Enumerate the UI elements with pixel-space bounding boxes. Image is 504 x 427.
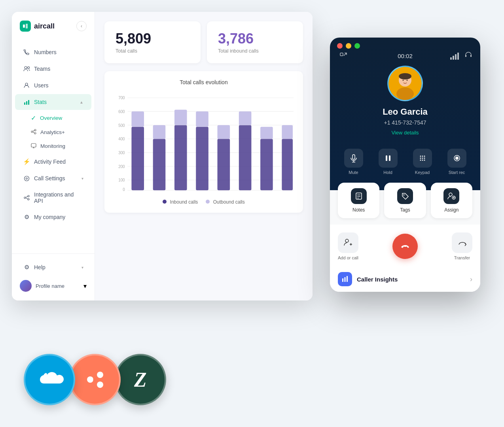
- svg-point-71: [422, 156, 423, 157]
- transfer-button[interactable]: Transfer: [452, 232, 472, 260]
- chart-legend: Inbound calls Outbound calls: [114, 199, 294, 205]
- svg-point-3: [27, 67, 29, 69]
- start-rec-button[interactable]: Start rec: [441, 149, 472, 175]
- stat-card-total-calls: 5,809 Total calls: [104, 21, 201, 63]
- sidebar-item-stats[interactable]: Stats ▲: [15, 94, 91, 110]
- sidebar-item-activity-feed[interactable]: ⚡ Activity Feed: [15, 154, 91, 170]
- my-company-icon: ⚙: [23, 214, 30, 221]
- back-button[interactable]: ‹: [76, 21, 87, 31]
- sidebar-item-integrations[interactable]: Integrations and API: [15, 187, 91, 208]
- svg-rect-13: [31, 144, 36, 147]
- call-controls: Mute Hold: [330, 144, 480, 179]
- monitoring-icon: [31, 143, 36, 149]
- sidebar-item-overview[interactable]: ✓ Overview: [12, 111, 95, 125]
- sidebar-item-help[interactable]: ⚙ Help ▾: [15, 259, 91, 275]
- svg-rect-57: [470, 55, 472, 57]
- svg-rect-44: [174, 110, 187, 125]
- sidebar-item-users[interactable]: Users: [15, 77, 91, 93]
- integrations-label: Integrations and API: [34, 191, 83, 204]
- caller-name: Leo Garcia: [338, 107, 472, 117]
- chart-area: 700 600 500 400 300 200 100 0: [114, 92, 294, 195]
- sidebar-item-analytics[interactable]: Analytics+: [12, 125, 95, 139]
- caller-insights-section[interactable]: Caller Insights ›: [330, 266, 480, 292]
- total-calls-label: Total calls: [116, 48, 189, 54]
- salesforce-integration[interactable]: [24, 354, 75, 405]
- hubspot-integration[interactable]: [69, 354, 121, 405]
- tags-button[interactable]: Tags: [384, 183, 426, 218]
- assign-label: Assign: [444, 207, 459, 213]
- chart-svg: 700 600 500 400 300 200 100 0: [114, 92, 294, 195]
- hold-icon: [379, 149, 398, 168]
- headset-icon[interactable]: [464, 51, 472, 61]
- svg-rect-52: [260, 127, 273, 138]
- sidebar-item-numbers[interactable]: Numbers: [15, 44, 91, 60]
- svg-point-4: [25, 83, 28, 85]
- svg-rect-68: [386, 155, 387, 161]
- phone-header: 00:02: [330, 49, 480, 59]
- caller-avatar-svg: [388, 67, 422, 100]
- mute-button[interactable]: Mute: [338, 149, 369, 175]
- svg-text:700: 700: [118, 96, 125, 100]
- svg-point-73: [420, 158, 421, 159]
- logo-text: aircall: [34, 22, 55, 30]
- svg-rect-42: [153, 125, 166, 139]
- assign-button[interactable]: Assign: [431, 183, 472, 218]
- svg-rect-43: [174, 125, 187, 190]
- signal-icon: [450, 53, 459, 60]
- sidebar-item-call-settings[interactable]: Call Settings ▾: [15, 170, 91, 186]
- svg-point-18: [24, 197, 26, 198]
- view-details-link[interactable]: View details: [391, 130, 419, 136]
- svg-line-12: [33, 132, 34, 133]
- integrations-row: Z: [24, 354, 162, 405]
- svg-rect-69: [389, 155, 390, 161]
- sidebar-item-my-company[interactable]: ⚙ My company: [15, 209, 91, 225]
- stats-arrow: ▲: [80, 100, 83, 104]
- users-icon: [23, 82, 30, 89]
- hold-button[interactable]: Hold: [372, 149, 404, 175]
- dashboard-window: aircall ‹ Numbers: [12, 12, 313, 300]
- add-or-call-button[interactable]: Add or call: [338, 232, 358, 260]
- caller-insights-icon: [338, 272, 352, 286]
- svg-text:600: 600: [118, 109, 125, 113]
- maximize-button[interactable]: [354, 43, 360, 49]
- svg-point-10: [34, 132, 36, 134]
- add-or-call-label: Add or call: [338, 255, 358, 260]
- svg-point-90: [345, 239, 349, 242]
- exit-icon[interactable]: [338, 51, 349, 62]
- profile-avatar: [20, 280, 32, 292]
- start-rec-icon: [447, 149, 466, 168]
- svg-point-17: [26, 178, 27, 179]
- sidebar-item-monitoring[interactable]: Monitoring: [12, 139, 95, 153]
- sidebar-item-teams[interactable]: Teams: [15, 61, 91, 77]
- minimize-button[interactable]: [346, 43, 351, 49]
- legend-inbound: Inbound calls: [163, 199, 198, 205]
- svg-point-64: [407, 80, 408, 81]
- integrations-icon: [23, 194, 30, 201]
- sidebar-bottom: ⚙ Help ▾ Profile name ▾: [12, 253, 95, 300]
- svg-point-74: [422, 158, 423, 159]
- stats-icon: [23, 98, 30, 106]
- users-label: Users: [34, 82, 49, 89]
- svg-text:0: 0: [123, 187, 125, 192]
- hangup-button[interactable]: [392, 234, 418, 259]
- help-label: Help: [34, 264, 45, 270]
- svg-rect-50: [239, 111, 252, 125]
- notes-button[interactable]: Notes: [338, 183, 379, 218]
- overview-label: Overview: [40, 115, 62, 121]
- svg-point-77: [422, 160, 423, 161]
- svg-rect-6: [26, 101, 27, 105]
- tags-icon: [397, 188, 413, 204]
- close-button[interactable]: [337, 43, 343, 49]
- action-buttons: Notes Tags Assign: [330, 179, 480, 225]
- svg-rect-91: [342, 278, 343, 282]
- svg-text:200: 200: [118, 164, 125, 168]
- logo-icon: [20, 21, 31, 32]
- zendesk-integration[interactable]: Z: [115, 354, 166, 405]
- svg-rect-53: [282, 139, 293, 190]
- svg-point-9: [34, 129, 36, 131]
- profile-item[interactable]: Profile name ▾: [12, 276, 95, 296]
- keypad-button[interactable]: Keypad: [407, 149, 438, 175]
- svg-point-2: [25, 66, 27, 69]
- phone-widget: 00:02: [330, 38, 480, 292]
- svg-rect-46: [196, 111, 208, 127]
